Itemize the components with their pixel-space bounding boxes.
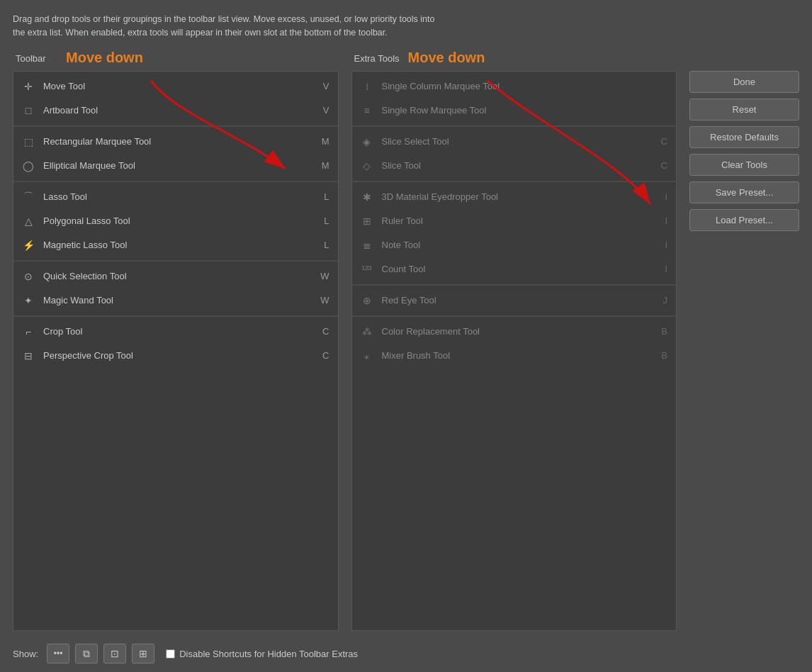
show-icon-btn1[interactable]: ⧉ — [75, 644, 98, 663]
tool-shortcut: C — [322, 326, 329, 337]
rect-marquee-icon: ⬚ — [21, 134, 36, 150]
tool-shortcut: C — [661, 160, 667, 171]
sidebar-buttons: Done Reset Restore Defaults Clear Tools … — [689, 51, 799, 632]
tool-item[interactable]: ⊞Ruler ToolI — [352, 209, 677, 233]
persp-crop-icon: ⊟ — [21, 348, 36, 364]
tool-item[interactable]: ⊕Red Eye ToolJ — [352, 289, 677, 313]
tool-shortcut: M — [322, 160, 329, 171]
tool-shortcut: V — [323, 81, 329, 91]
tool-shortcut: I — [665, 191, 667, 202]
load-preset-button[interactable]: Load Preset... — [689, 209, 799, 231]
tool-shortcut: L — [324, 240, 329, 250]
tool-item[interactable]: ◯Elliptical Marquee ToolM — [13, 154, 338, 178]
artboard-icon: □ — [21, 103, 36, 118]
show-dots-button[interactable]: ••• — [47, 644, 69, 663]
tool-group-marquee-group[interactable]: ⬚Rectangular Marquee ToolM◯Elliptical Ma… — [13, 127, 338, 182]
disable-shortcuts-label[interactable]: Disable Shortcuts for Hidden Toolbar Ext… — [179, 649, 358, 659]
tool-shortcut: I — [665, 264, 667, 274]
slice-sel-icon: ◈ — [359, 134, 375, 150]
panels-wrapper: ✛Move ToolV□Artboard ToolV⬚Rectangular M… — [13, 71, 677, 632]
tool-name: Count Tool — [382, 264, 660, 274]
tool-shortcut: V — [323, 105, 329, 116]
tool-item[interactable]: ✛Move ToolV — [13, 74, 338, 99]
tool-name: Single Row Marquee Tool — [382, 105, 668, 116]
tool-item[interactable]: ◇Slice ToolC — [352, 154, 677, 178]
single-row-icon: ≡ — [359, 103, 375, 118]
tool-item[interactable]: ⊙Quick Selection ToolW — [13, 264, 338, 289]
tool-item[interactable]: ⊟Perspective Crop ToolC — [13, 344, 338, 368]
tool-item[interactable]: ¹²³Count ToolI — [352, 257, 677, 281]
tool-name: Ruler Tool — [382, 215, 660, 226]
toolbar-panel: ✛Move ToolV□Artboard ToolV⬚Rectangular M… — [13, 71, 339, 632]
description: Drag and drop tools or their groupings i… — [13, 13, 580, 40]
disable-shortcuts-checkbox[interactable] — [166, 649, 175, 659]
crop-icon: ⌐ — [21, 324, 36, 340]
tool-shortcut: L — [324, 215, 329, 226]
dots-icon: ••• — [54, 649, 63, 659]
tool-item[interactable]: ⌐Crop ToolC — [13, 320, 338, 344]
single-col-icon: ⁞ — [359, 79, 375, 94]
tool-item[interactable]: ✱3D Material Eyedropper ToolI — [352, 185, 677, 209]
slice-icon: ◇ — [359, 158, 375, 174]
tool-name: Polygonal Lasso Tool — [43, 215, 318, 226]
toolbar-label: Toolbar — [14, 51, 46, 67]
tool-item[interactable]: ⁂Color Replacement ToolB — [352, 320, 677, 344]
main-container: Drag and drop tools or their groupings i… — [0, 0, 812, 672]
tool-item[interactable]: ⁎Mixer Brush ToolB — [352, 344, 677, 368]
tool-group-brush-group[interactable]: ⁂Color Replacement ToolB⁎Mixer Brush Too… — [352, 317, 677, 371]
tool-item[interactable]: ⚡Magnetic Lasso ToolL — [13, 233, 338, 257]
ellip-marquee-icon: ◯ — [21, 158, 36, 174]
tool-item[interactable]: ◈Slice Select ToolC — [352, 130, 677, 154]
move-down-label-left: Move down — [66, 50, 143, 66]
tool-name: Rectangular Marquee Tool — [43, 136, 316, 147]
move-down-label-right: Move down — [408, 50, 485, 66]
mag-lasso-icon: ⚡ — [21, 237, 36, 253]
toolbar-list[interactable]: ✛Move ToolV□Artboard ToolV⬚Rectangular M… — [13, 71, 339, 632]
tool-item[interactable]: ≣Note ToolI — [352, 233, 677, 257]
save-preset-button[interactable]: Save Preset... — [689, 181, 799, 203]
clear-tools-button[interactable]: Clear Tools — [689, 154, 799, 176]
tool-group-crop-group[interactable]: ⌐Crop ToolC⊟Perspective Crop ToolC — [13, 317, 338, 371]
tool-group-lasso-group[interactable]: ⌒Lasso ToolL△Polygonal Lasso ToolL⚡Magne… — [13, 182, 338, 262]
show-label: Show: — [13, 649, 38, 659]
show-icon-btn2[interactable]: ⊡ — [103, 644, 126, 663]
extra-tools-list[interactable]: ⁞Single Column Marquee Tool≡Single Row M… — [351, 71, 677, 632]
show-icon-btn3[interactable]: ⊞ — [132, 644, 154, 663]
tool-item[interactable]: ⬚Rectangular Marquee ToolM — [13, 130, 338, 154]
tool-shortcut: C — [322, 350, 329, 361]
reset-button[interactable]: Reset — [689, 99, 799, 121]
tool-item[interactable]: ⌒Lasso ToolL — [13, 185, 338, 209]
tool-group-slice-group[interactable]: ◈Slice Select ToolC◇Slice ToolC — [352, 127, 677, 182]
move-icon: ✛ — [21, 79, 36, 94]
lasso-icon: ⌒ — [21, 189, 36, 205]
color-rep-icon: ⁂ — [359, 324, 375, 340]
tool-item[interactable]: ⁞Single Column Marquee Tool — [352, 74, 677, 99]
mixer-icon: ⁎ — [359, 348, 375, 364]
tool-name: Note Tool — [382, 240, 660, 250]
extra-tools-label: Extra Tools — [353, 51, 400, 67]
ruler-icon: ⊞ — [359, 213, 375, 229]
tool-name: Artboard Tool — [43, 105, 317, 116]
3d-eye-icon: ✱ — [359, 189, 375, 205]
tool-name: Magic Wand Tool — [43, 295, 315, 306]
done-button[interactable]: Done — [689, 71, 799, 93]
tool-name: Color Replacement Tool — [382, 326, 656, 337]
tool-group-redeye-group[interactable]: ⊕Red Eye ToolJ — [352, 286, 677, 317]
note-icon: ≣ — [359, 237, 375, 253]
tool-item[interactable]: ✦Magic Wand ToolW — [13, 289, 338, 313]
tool-group-move-group[interactable]: ✛Move ToolV□Artboard ToolV — [13, 72, 338, 127]
bottom-bar: Show: ••• ⧉ ⊡ ⊞ Disable Shortcuts for Hi… — [13, 637, 799, 672]
tool-item[interactable]: □Artboard ToolV — [13, 99, 338, 123]
tool-group-single-marquee-group[interactable]: ⁞Single Column Marquee Tool≡Single Row M… — [352, 72, 677, 127]
tool-group-measure-group[interactable]: ✱3D Material Eyedropper ToolI⊞Ruler Tool… — [352, 182, 677, 286]
restore-defaults-button[interactable]: Restore Defaults — [689, 126, 799, 148]
icon3: ⊞ — [139, 648, 147, 659]
poly-lasso-icon: △ — [21, 213, 36, 229]
tool-shortcut: I — [665, 240, 667, 250]
disable-shortcuts-area: Disable Shortcuts for Hidden Toolbar Ext… — [166, 649, 358, 659]
tool-item[interactable]: ≡Single Row Marquee Tool — [352, 99, 677, 123]
tool-item[interactable]: △Polygonal Lasso ToolL — [13, 209, 338, 233]
lists-area: Toolbar Move down Extra Tools Move down — [13, 51, 677, 632]
tool-name: Crop Tool — [43, 326, 317, 337]
tool-group-selection-group[interactable]: ⊙Quick Selection ToolW✦Magic Wand ToolW — [13, 262, 338, 317]
